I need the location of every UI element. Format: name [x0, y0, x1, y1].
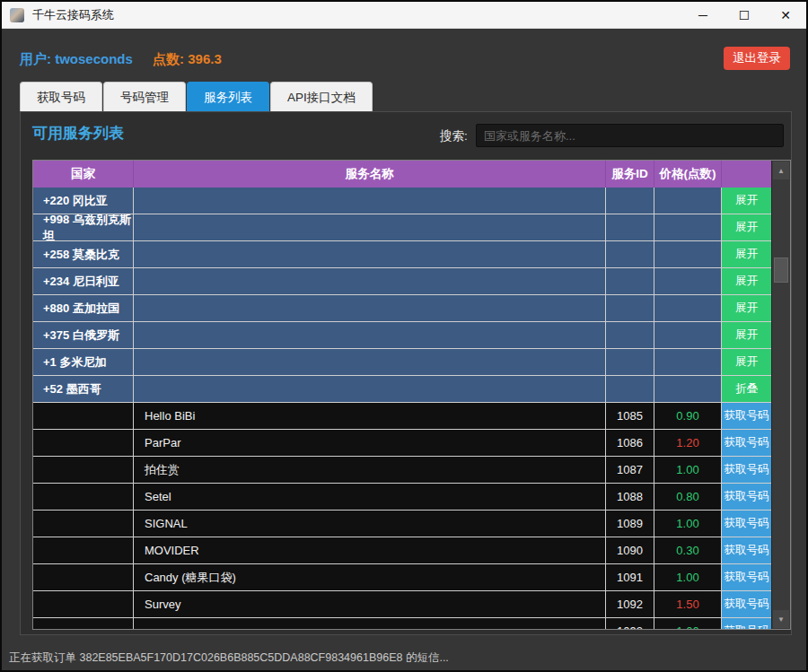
action-cell: 获取号码: [722, 403, 771, 429]
get-number-button[interactable]: 获取号码: [722, 537, 771, 563]
service-row: Setel 1088 0.80 获取号码: [33, 484, 771, 511]
table-header-cell: [722, 161, 771, 188]
expand-collapse-button[interactable]: 展开: [722, 214, 771, 240]
empty-price-cell: [654, 214, 722, 240]
country-row: +258 莫桑比克 展开: [33, 241, 771, 268]
country-name-cell: +234 尼日利亚: [33, 268, 134, 294]
search-input[interactable]: [476, 124, 784, 147]
tab-item[interactable]: 号码管理: [103, 82, 186, 112]
country-row: +234 尼日利亚 展开: [33, 268, 771, 295]
search-label: 搜索:: [440, 128, 468, 144]
expand-collapse-button[interactable]: 展开: [722, 268, 771, 294]
empty-price-cell: [654, 188, 722, 214]
minimize-icon[interactable]: ─: [682, 2, 724, 29]
scrollbar-thumb[interactable]: [774, 257, 788, 283]
service-price-cell: 1.00: [654, 457, 722, 483]
empty-country-cell: [33, 591, 134, 617]
service-name-cell: [134, 618, 606, 630]
empty-country-cell: [33, 457, 134, 483]
empty-name-cell: [134, 268, 606, 294]
expand-collapse-button[interactable]: 展开: [722, 241, 771, 267]
app-icon: [10, 8, 24, 22]
action-cell: 获取号码: [722, 564, 771, 590]
get-number-button[interactable]: 获取号码: [722, 564, 771, 590]
expand-collapse-button[interactable]: 展开: [722, 349, 771, 375]
empty-id-cell: [606, 349, 654, 375]
status-bar-text: 正在获取订单 382E85EBA5F170D17C026B6B885C5DDA8…: [9, 650, 449, 666]
service-name-cell: Hello BiBi: [134, 403, 606, 429]
expand-collapse-button[interactable]: 折叠: [722, 376, 771, 402]
get-number-button[interactable]: 获取号码: [722, 403, 771, 429]
title-bar: 千牛云接码系统 ─ ☐ ✕: [2, 2, 806, 29]
table-header-cell: 国家: [33, 161, 134, 188]
get-number-button[interactable]: 获取号码: [722, 591, 771, 617]
action-cell: 展开: [722, 214, 771, 240]
tab-item[interactable]: API接口文档: [270, 82, 373, 112]
empty-id-cell: [606, 295, 654, 321]
maximize-icon[interactable]: ☐: [724, 2, 765, 29]
action-cell: 展开: [722, 188, 771, 214]
empty-country-cell: [33, 618, 134, 630]
tab-item[interactable]: 服务列表: [187, 82, 269, 112]
expand-collapse-button[interactable]: 展开: [722, 188, 771, 214]
country-row: +375 白俄罗斯 展开: [33, 322, 771, 349]
service-price-cell: 1.00: [654, 564, 722, 590]
country-row: +1 多米尼加 展开: [33, 349, 771, 376]
empty-price-cell: [654, 376, 722, 402]
get-number-button[interactable]: 获取号码: [722, 430, 771, 456]
service-id-cell: 1089: [606, 511, 654, 537]
country-row: +52 墨西哥 折叠: [33, 376, 771, 403]
service-name-cell: MOVIDER: [134, 537, 606, 563]
scroll-down-icon[interactable]: ▼: [773, 610, 789, 628]
service-id-cell: 1093: [606, 618, 654, 630]
action-cell: 获取号码: [722, 484, 771, 510]
empty-name-cell: [134, 349, 606, 375]
vertical-scrollbar[interactable]: ▲ ▼: [771, 161, 790, 629]
tab-bar: 获取号码 号码管理 服务列表 API接口文档: [20, 82, 373, 112]
action-cell: 获取号码: [722, 591, 771, 617]
action-cell: 获取号码: [722, 511, 771, 537]
empty-name-cell: [134, 214, 606, 240]
service-row: 拍住赏 1087 1.00 获取号码: [33, 457, 771, 484]
country-name-cell: +998 乌兹别克斯坦: [33, 214, 134, 240]
empty-id-cell: [606, 376, 654, 402]
action-cell: 折叠: [722, 376, 771, 402]
empty-id-cell: [606, 188, 654, 214]
service-row: Candy (糖果口袋) 1091 1.00 获取号码: [33, 564, 771, 591]
service-name-cell: Candy (糖果口袋): [134, 564, 606, 590]
service-name-cell: SIGNAL: [134, 511, 606, 537]
logout-button[interactable]: 退出登录: [724, 47, 790, 70]
empty-price-cell: [654, 268, 722, 294]
table-header-cell: 服务名称: [134, 161, 606, 188]
get-number-button[interactable]: 获取号码: [722, 457, 771, 483]
user-label: 用户: twoseconds: [20, 51, 133, 66]
empty-price-cell: [654, 295, 722, 321]
empty-price-cell: [654, 241, 722, 267]
service-list-panel: 可用服务列表 搜索: 国家 服务名称 服务ID 价格(点数): [20, 111, 792, 635]
empty-price-cell: [654, 322, 722, 348]
country-name-cell: +258 莫桑比克: [33, 241, 134, 267]
empty-country-cell: [33, 537, 134, 563]
services-table: 国家 服务名称 服务ID 价格(点数) +220 冈比亚: [32, 160, 791, 630]
tab-item[interactable]: 获取号码: [20, 82, 102, 112]
empty-id-cell: [606, 241, 654, 267]
service-name-cell: Setel: [134, 484, 606, 510]
get-number-button[interactable]: 获取号码: [722, 484, 771, 510]
scroll-up-icon[interactable]: ▲: [773, 161, 789, 179]
service-row: 1093 1.00 获取号码: [33, 618, 771, 630]
expand-collapse-button[interactable]: 展开: [722, 295, 771, 321]
get-number-button[interactable]: 获取号码: [722, 511, 771, 537]
service-id-cell: 1087: [606, 457, 654, 483]
service-price-cell: 1.20: [654, 430, 722, 456]
service-name-cell: 拍住赏: [134, 457, 606, 483]
service-price-cell: 0.80: [654, 484, 722, 510]
close-icon[interactable]: ✕: [765, 2, 806, 29]
get-number-button[interactable]: 获取号码: [722, 618, 771, 630]
empty-price-cell: [654, 349, 722, 375]
empty-name-cell: [134, 295, 606, 321]
service-price-cell: 1.00: [654, 618, 722, 630]
service-row: SIGNAL 1089 1.00 获取号码: [33, 511, 771, 537]
service-name-cell: ParPar: [134, 430, 606, 456]
expand-collapse-button[interactable]: 展开: [722, 322, 771, 348]
user-bar: 用户: twoseconds 点数: 396.3 退出登录: [20, 47, 790, 74]
